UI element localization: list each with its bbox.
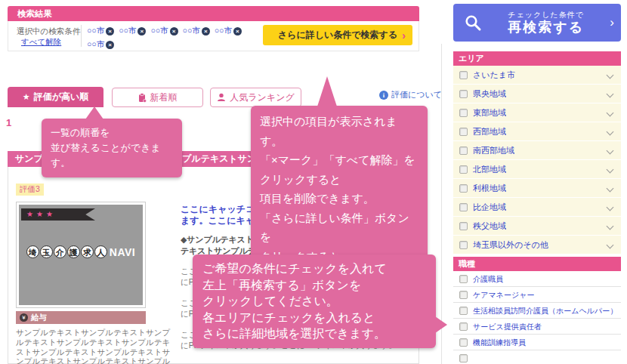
condition-chip[interactable]: ○○市× [150,26,178,36]
arrow-right-icon: › [402,26,406,45]
chevron-down-icon[interactable] [607,223,614,230]
salary-bar: ¥ 給与 [16,311,146,324]
job-row-service-sekininsha[interactable]: サービス提供責任者 [453,319,621,335]
checkbox[interactable] [459,241,468,249]
condition-chip[interactable]: ○○市× [215,26,242,36]
job-label[interactable]: 機能訓練指導員 [473,335,526,350]
area-label[interactable]: 利根地域 [473,179,506,198]
logo-suffix: NAVI [110,246,135,258]
chevron-down-icon[interactable] [607,110,614,117]
chip-label[interactable]: ○○市 [183,26,200,36]
condition-chip[interactable]: ○○市× [87,26,114,36]
area-label[interactable]: 県央地域 [473,85,506,103]
chip-close-icon[interactable]: × [170,27,178,35]
area-label[interactable]: 東部地域 [473,103,506,122]
tab-rating-order[interactable]: ★ 評価が高い順 [8,87,103,107]
checkbox[interactable] [459,165,468,174]
chip-close-icon[interactable]: × [137,27,146,35]
job-row-kunren-shidouin[interactable]: 機能訓練指導員 [453,335,621,350]
rating-info-label[interactable]: 評価について [391,89,442,100]
rating-badge: 評価3 [16,184,44,196]
tab-popularity[interactable]: 人気ランキング [210,88,301,107]
area-row-hiki[interactable]: 比企地域 [453,198,621,217]
checkbox[interactable] [459,128,468,136]
area-row-nanseibu[interactable]: 南西部地域 [453,141,621,160]
area-label[interactable]: 南西部地域 [473,141,514,160]
job-row-soudanin-helper[interactable]: 生活相談員訪問介護員（ホームヘルパー） [453,303,621,319]
chip-label[interactable]: ○○市 [150,26,168,36]
job-label[interactable]: サービス提供責任者 [473,319,542,335]
checkbox[interactable] [459,222,468,230]
clear-all-link[interactable]: すべて解除 [21,37,61,48]
checkbox[interactable] [459,307,468,315]
condition-chip[interactable]: ○○市× [119,26,146,36]
tab-label: 新着順 [150,91,178,104]
clipboard-icon [138,93,147,103]
condition-chip[interactable]: ○○市× [183,26,210,36]
area-row-tone[interactable]: 利根地域 [453,179,621,198]
page-number: 1 [6,117,11,128]
job-label[interactable]: 介護職員 [473,271,503,287]
rating-info-link[interactable]: i 評価について [379,89,442,100]
job-label[interactable]: 生活相談員訪問介護員（ホームヘルパー） [473,303,616,319]
area-row-hokubu[interactable]: 北部地域 [453,160,621,179]
checkbox[interactable] [459,109,468,117]
area-label[interactable]: 西部地域 [473,122,506,141]
checkbox[interactable] [459,90,468,98]
area-label[interactable]: 北部地域 [473,160,506,179]
checkbox[interactable] [459,203,468,211]
chip-label[interactable]: ○○市 [87,26,104,36]
area-row-other[interactable]: 埼玉県以外のその他 [453,236,621,254]
checkbox[interactable] [459,147,468,155]
chip-close-icon[interactable]: × [106,41,114,49]
logo-char: 護 [67,245,80,258]
chevron-down-icon[interactable] [607,91,614,98]
chip-close-icon[interactable]: × [106,27,114,35]
area-row-chichibu[interactable]: 秩父地域 [453,217,621,236]
checkbox[interactable] [459,71,468,79]
chevron-down-icon[interactable] [607,128,614,136]
job-row-caremanager[interactable]: ケアマネージャー [453,287,621,303]
chevron-down-icon[interactable] [607,185,614,193]
job-label[interactable]: ケアマネージャー [473,287,534,303]
yen-icon: ¥ [20,313,28,322]
page: 検索結果 選択中の検索条件 すべて解除 ○○市× ○○市× ○○市× ○○市× … [0,0,627,364]
area-label[interactable]: 秩父地域 [473,217,506,236]
area-label[interactable]: 比企地域 [473,198,506,217]
chip-close-icon[interactable]: × [202,27,210,35]
chip-close-icon[interactable]: × [233,27,242,35]
chevron-down-icon[interactable] [607,72,614,79]
job-row-partial[interactable] [453,350,621,364]
salary-label: 給与 [31,313,47,323]
job-photo[interactable]: ★★★ 埼 玉 介 護 求 人 NAVI [16,202,146,308]
detail-search-label: さらに詳しい条件で検索する [278,29,397,42]
chevron-down-icon[interactable] [607,147,614,155]
area-row-toubu[interactable]: 東部地域 [453,103,621,122]
checkbox[interactable] [459,275,468,283]
area-row-kenou[interactable]: 県央地域 [453,85,621,103]
detail-search-button[interactable]: さらに詳しい条件で検索する › [263,25,412,45]
area-row-saitama-city[interactable]: さいたま市 [453,66,621,85]
chip-label[interactable]: ○○市 [119,26,136,36]
chevron-down-icon[interactable] [607,242,614,249]
research-button[interactable]: チェックした条件で 再検索する › [453,4,621,42]
tab-newest[interactable]: 新着順 [112,88,203,107]
info-icon: i [379,91,388,100]
job-row-kaigoshokuin[interactable]: 介護職員 [453,271,621,287]
checkbox[interactable] [459,184,468,193]
chevron-down-icon[interactable] [607,204,614,211]
area-label[interactable]: 埼玉県以外のその他 [473,236,548,254]
area-row-seibu[interactable]: 西部地域 [453,122,621,141]
checkbox[interactable] [459,322,468,331]
chip-label[interactable]: ○○市 [87,39,104,50]
checkbox[interactable] [459,354,468,362]
search-results-header: 検索結果 [8,6,419,21]
checkbox[interactable] [459,338,468,347]
checkbox[interactable] [459,291,468,299]
chevron-down-icon[interactable] [607,166,614,174]
chip-label[interactable]: ○○市 [215,26,232,36]
area-label[interactable]: さいたま市 [473,66,515,85]
search-results-panel: 選択中の検索条件 すべて解除 ○○市× ○○市× ○○市× ○○市× ○○市× … [8,21,419,51]
salary-text: サンプルテキストサンプルテキストサンプルテキストサンプルテキストサンプルテキスト… [16,328,176,364]
condition-chip[interactable]: ○○市× [87,39,114,50]
